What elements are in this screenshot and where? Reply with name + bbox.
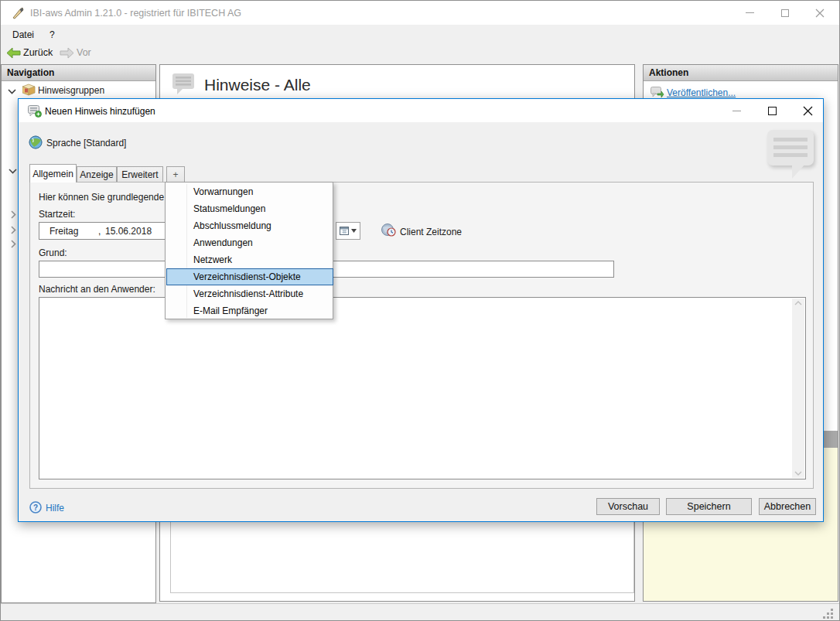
scroll-up-icon[interactable]	[794, 301, 802, 305]
window-title: IBI-aws Admin 1.21.0 - registriert für I…	[30, 8, 241, 19]
abbrechen-button[interactable]: Abbrechen	[759, 498, 816, 515]
add-hinweis-dialog: Neuen Hinweis hinzufügen Sprache [Standa…	[18, 98, 824, 522]
tool-bar	[1, 43, 839, 63]
menu-bar	[1, 25, 839, 43]
menu-item-verzeichnisdienst-attribute[interactable]: Verzeichnisdienst-Attribute	[166, 285, 333, 302]
dialog-bubble-add-icon	[28, 105, 43, 118]
vorschau-button[interactable]: Vorschau	[596, 498, 660, 515]
start-date[interactable]: 15.06.2018	[105, 226, 152, 237]
scroll-down-icon[interactable]	[794, 471, 802, 476]
speech-bubble-icon	[172, 73, 196, 96]
chevron-down-icon[interactable]	[8, 88, 16, 95]
dialog-title: Neuen Hinweis hinzufügen	[45, 106, 155, 117]
menu-item-email-empfaenger[interactable]: E-Mail Empfänger	[166, 302, 333, 319]
svg-text:?: ?	[33, 503, 38, 512]
minimize-button[interactable]	[732, 1, 767, 25]
resize-grip[interactable]	[823, 609, 834, 619]
startzeit-label: Startzeit:	[39, 209, 75, 220]
menu-item-anwendungen[interactable]: Anwendungen	[166, 234, 333, 251]
start-separator: ,	[98, 226, 101, 237]
menu-item-vorwarnungen[interactable]: Vorwarnungen	[166, 183, 333, 200]
menu-item-verzeichnisdienst-objekte[interactable]: Verzeichnisdienst-Objekte	[166, 268, 333, 285]
nachricht-textarea[interactable]	[39, 297, 806, 479]
title-bar: IBI-aws Admin 1.21.0 - registriert für I…	[1, 1, 839, 25]
intro-text: Hier können Sie grundlegende Ei	[39, 192, 175, 203]
add-tab-popup-menu: Vorwarnungen Statusmeldungen Abschlussme…	[165, 182, 333, 319]
client-timezone-icon	[381, 223, 396, 237]
app-window: IBI-aws Admin 1.21.0 - registriert für I…	[0, 0, 840, 621]
add-tab-button[interactable]: +	[166, 166, 185, 183]
tab-anzeige[interactable]: Anzeige	[77, 166, 117, 183]
help-link[interactable]: Hilfe	[46, 503, 64, 514]
speichern-button[interactable]: Speichern	[666, 498, 752, 515]
tab-content-allgemein: Hier können Sie grundlegende Ei Startzei…	[29, 182, 814, 489]
menu-item-netzwerk[interactable]: Netzwerk	[166, 251, 333, 268]
dialog-title-bar: Neuen Hinweis hinzufügen	[19, 99, 823, 122]
chevron-right-icon[interactable]	[10, 240, 17, 248]
language-label[interactable]: Sprache [Standard]	[46, 138, 126, 148]
chevron-down-icon[interactable]	[9, 168, 17, 175]
actions-header: Aktionen	[644, 65, 838, 81]
dialog-maximize-button[interactable]	[755, 99, 789, 122]
forward-button: Vor	[77, 47, 91, 58]
back-button[interactable]: Zurück	[23, 47, 53, 58]
maximize-button[interactable]	[767, 1, 802, 25]
menu-help[interactable]: ?	[46, 28, 59, 42]
publish-link[interactable]: Veröffentlichen...	[667, 87, 736, 98]
tab-erweitert[interactable]: Erweitert	[117, 166, 163, 183]
hinweisgruppen-package-icon	[22, 84, 36, 96]
navigation-header: Navigation	[2, 65, 155, 81]
menu-datei[interactable]: Datei	[9, 28, 38, 42]
status-bar	[1, 603, 839, 621]
watermark-bubble-icon	[767, 130, 814, 165]
publish-icon	[650, 87, 664, 98]
dialog-minimize-button[interactable]	[719, 99, 753, 122]
tab-allgemein[interactable]: Allgemein	[29, 164, 77, 183]
help-icon: ?	[29, 501, 42, 514]
start-day[interactable]: Freitag	[50, 226, 78, 237]
menu-item-statusmeldungen[interactable]: Statusmeldungen	[166, 200, 333, 217]
language-globe-icon	[29, 135, 43, 149]
app-icon	[11, 6, 25, 20]
grund-label: Grund:	[39, 247, 67, 258]
close-button[interactable]	[802, 1, 837, 25]
dialog-close-button[interactable]	[790, 99, 825, 122]
menu-item-abschlussmeldung[interactable]: Abschlussmeldung	[166, 217, 333, 234]
chevron-right-icon[interactable]	[10, 226, 17, 234]
nachricht-label: Nachricht an den Anwender:	[39, 284, 155, 295]
sidebar-item-hinweisgruppen[interactable]: Hinweisgruppen	[38, 85, 104, 96]
calendar-dropdown-button[interactable]	[336, 222, 360, 240]
forward-arrow-icon	[60, 47, 74, 59]
back-arrow-icon[interactable]	[6, 47, 21, 59]
textarea-scrollbar[interactable]	[792, 299, 804, 478]
chevron-right-icon[interactable]	[10, 210, 17, 219]
client-timezone-label: Client Zeitzone	[400, 227, 462, 237]
page-title: Hinweise - Alle	[204, 76, 311, 94]
watermark-bubble-tail	[792, 164, 805, 179]
chevron-down-icon	[351, 229, 357, 233]
calendar-icon	[340, 227, 349, 235]
